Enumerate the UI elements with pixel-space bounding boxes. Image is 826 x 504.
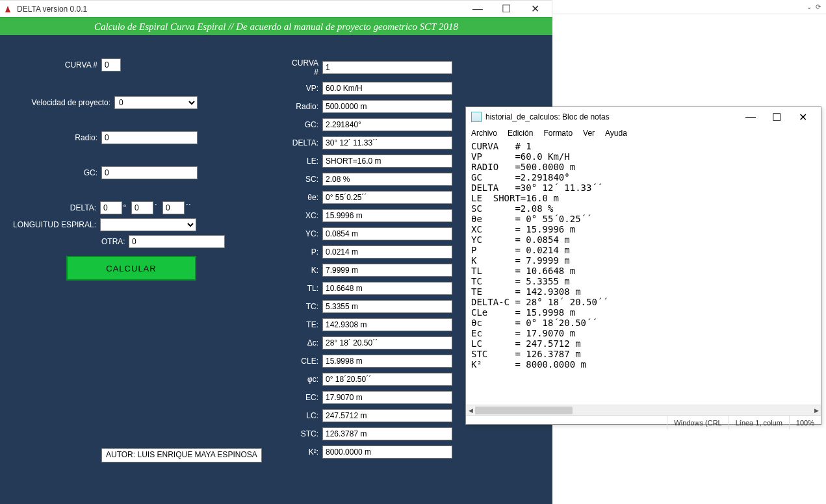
scroll-thumb[interactable] bbox=[475, 407, 573, 414]
delta-sec-input[interactable] bbox=[162, 201, 185, 214]
chevron-down-icon[interactable]: ⌄ bbox=[807, 3, 812, 10]
result-row: LE: bbox=[286, 155, 468, 168]
result-value[interactable] bbox=[322, 336, 452, 349]
result-value[interactable] bbox=[322, 373, 452, 386]
result-value[interactable] bbox=[322, 61, 452, 74]
vp-select[interactable]: 0 bbox=[114, 96, 198, 109]
result-label: VP: bbox=[286, 84, 322, 93]
radio-input[interactable] bbox=[101, 131, 198, 144]
result-label: Radio: bbox=[286, 102, 322, 111]
result-value[interactable] bbox=[322, 300, 452, 313]
otra-input[interactable] bbox=[129, 235, 225, 248]
notepad-titlebar: historial_de_calculos: Bloc de notas — ☐… bbox=[466, 107, 821, 127]
result-value[interactable] bbox=[322, 118, 452, 131]
result-value[interactable] bbox=[322, 355, 452, 368]
result-value[interactable] bbox=[322, 209, 452, 222]
result-value[interactable] bbox=[322, 173, 452, 186]
notepad-hscroll[interactable]: ◀ ▶ bbox=[466, 405, 821, 415]
notepad-statusbar: Windows (CRL Línea 1, colum 100% bbox=[466, 415, 821, 429]
label-delta: DELTA: bbox=[62, 203, 100, 212]
result-value[interactable] bbox=[322, 427, 452, 440]
notepad-content[interactable]: CURVA # 1 VP =60.0 Km/H RADIO =500.0000 … bbox=[466, 140, 821, 405]
curva-input[interactable] bbox=[101, 58, 121, 71]
notepad-window: historial_de_calculos: Bloc de notas — ☐… bbox=[465, 107, 821, 425]
result-label: CURVA # bbox=[286, 58, 322, 77]
banner: Calculo de Espiral Curva Espiral // De a… bbox=[0, 17, 552, 35]
autor-label: AUTOR: LUIS ENRIQUE MAYA ESPINOSA bbox=[101, 448, 262, 462]
sec-sym: ´´ bbox=[185, 203, 196, 212]
result-row: θe: bbox=[286, 191, 468, 204]
delta-min-input[interactable] bbox=[131, 201, 153, 214]
status-encoding: Windows (CRL bbox=[667, 416, 728, 429]
menu-ver[interactable]: Ver bbox=[583, 129, 595, 138]
maximize-button[interactable]: ☐ bbox=[492, 1, 521, 18]
result-value[interactable] bbox=[322, 391, 452, 404]
delta-deg-input[interactable] bbox=[100, 201, 122, 214]
label-gc: GC: bbox=[78, 168, 101, 177]
label-le: LONGUITUD ESPIRAL: bbox=[12, 220, 100, 229]
scroll-left-icon[interactable]: ◀ bbox=[466, 405, 475, 416]
result-value[interactable] bbox=[322, 82, 452, 95]
result-label: STC: bbox=[286, 429, 322, 438]
np-close-button[interactable]: ✕ bbox=[790, 108, 816, 125]
result-value[interactable] bbox=[322, 100, 452, 113]
result-row: φc: bbox=[286, 373, 468, 386]
result-row: Δc: bbox=[286, 336, 468, 349]
result-row: TL: bbox=[286, 282, 468, 295]
le-select[interactable] bbox=[100, 218, 196, 231]
menu-archivo[interactable]: Archivo bbox=[471, 129, 497, 138]
menu-ayuda[interactable]: Ayuda bbox=[605, 129, 627, 138]
result-value[interactable] bbox=[322, 446, 452, 459]
result-label: TC: bbox=[286, 302, 322, 311]
result-value[interactable] bbox=[322, 318, 452, 331]
result-label: GC: bbox=[286, 120, 322, 129]
result-value[interactable] bbox=[322, 155, 452, 168]
np-maximize-button[interactable]: ☐ bbox=[764, 108, 790, 125]
result-row: TC: bbox=[286, 300, 468, 313]
deg-sym: ° bbox=[122, 203, 131, 212]
result-label: K²: bbox=[286, 447, 322, 457]
label-radio: Radio: bbox=[70, 133, 101, 142]
notepad-title: historial_de_calculos: Bloc de notas bbox=[485, 112, 738, 121]
result-value[interactable] bbox=[322, 191, 452, 204]
result-label: TL: bbox=[286, 284, 322, 293]
notepad-menu: Archivo Edición Formato Ver Ayuda bbox=[466, 127, 821, 140]
notepad-icon bbox=[471, 112, 482, 122]
result-label: DELTA: bbox=[286, 138, 322, 147]
label-otra: OTRA: bbox=[101, 237, 129, 246]
result-label: YC: bbox=[286, 229, 322, 238]
delta-titlebar: DELTA version 0.0.1 — ☐ ✕ bbox=[0, 0, 552, 17]
refresh-icon[interactable]: ⟳ bbox=[816, 3, 821, 10]
scroll-right-icon[interactable]: ▶ bbox=[812, 405, 821, 416]
result-row: GC: bbox=[286, 118, 468, 131]
result-row: CURVA # bbox=[286, 58, 468, 77]
app-icon bbox=[3, 4, 13, 14]
result-row: VP: bbox=[286, 82, 468, 95]
result-row: K: bbox=[286, 264, 468, 277]
result-label: LC: bbox=[286, 411, 322, 420]
background-toolbar: ⌄ ⟳ bbox=[552, 0, 826, 14]
minimize-button[interactable]: — bbox=[463, 1, 492, 18]
result-label: φc: bbox=[286, 375, 322, 384]
label-curva: CURVA # bbox=[64, 60, 101, 69]
results-panel: CURVA #VP:Radio:GC:DELTA:LE:SC:θe:XC:YC:… bbox=[286, 35, 468, 464]
np-minimize-button[interactable]: — bbox=[738, 108, 764, 125]
result-label: SC: bbox=[286, 175, 322, 184]
gc-input[interactable] bbox=[101, 166, 198, 179]
menu-formato[interactable]: Formato bbox=[543, 129, 573, 138]
result-label: CLE: bbox=[286, 357, 322, 366]
result-value[interactable] bbox=[322, 264, 452, 277]
result-row: EC: bbox=[286, 391, 468, 404]
result-value[interactable] bbox=[322, 246, 452, 258]
menu-edicion[interactable]: Edición bbox=[508, 129, 533, 138]
calcular-button[interactable]: CALCULAR bbox=[66, 256, 196, 281]
result-row: P: bbox=[286, 246, 468, 258]
result-row: SC: bbox=[286, 173, 468, 186]
result-value[interactable] bbox=[322, 409, 452, 422]
result-value[interactable] bbox=[322, 136, 452, 149]
result-row: YC: bbox=[286, 227, 468, 240]
result-value[interactable] bbox=[322, 227, 452, 240]
close-button[interactable]: ✕ bbox=[521, 1, 549, 18]
result-value[interactable] bbox=[322, 282, 452, 295]
status-zoom: 100% bbox=[789, 416, 821, 429]
